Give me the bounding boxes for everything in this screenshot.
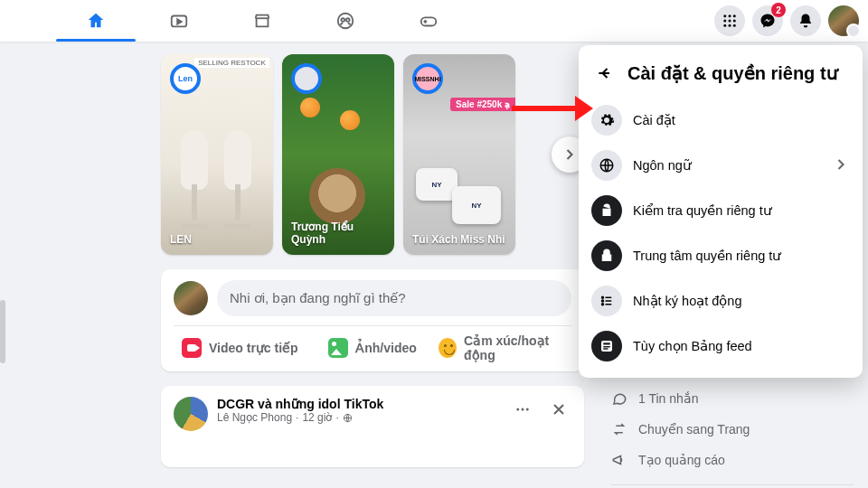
grid-icon — [722, 13, 738, 29]
post-title[interactable]: DCGR và những idol TikTok — [217, 397, 383, 411]
marketplace-icon — [252, 11, 272, 31]
svg-point-6 — [729, 14, 731, 17]
photo-video-icon — [328, 338, 348, 358]
story-avatar-ring: MISSNHI — [412, 63, 443, 94]
rside-switch-page[interactable]: Chuyển sang Trang — [611, 414, 854, 445]
bell-icon — [797, 13, 814, 29]
feeling-icon — [439, 338, 457, 358]
live-video-icon — [182, 338, 202, 358]
svg-point-3 — [346, 18, 350, 22]
watch-icon — [169, 11, 189, 31]
svg-point-9 — [729, 20, 731, 23]
svg-point-13 — [733, 24, 736, 27]
svg-point-10 — [733, 20, 736, 23]
rside-create-ad[interactable]: Tạo quảng cáo — [611, 445, 854, 475]
post-author[interactable]: Lê Ngọc Phong — [217, 411, 292, 424]
lock-open-icon — [591, 195, 622, 226]
top-bar: 2 — [0, 0, 868, 42]
switch-icon — [611, 421, 627, 437]
svg-point-16 — [522, 408, 524, 411]
svg-point-2 — [341, 18, 344, 22]
svg-rect-25 — [603, 348, 608, 350]
panel-back-button[interactable] — [591, 60, 618, 87]
nav-groups[interactable] — [304, 0, 387, 42]
list-icon — [591, 286, 622, 316]
gaming-icon — [419, 11, 439, 31]
groups-icon — [335, 11, 355, 31]
arrow-left-icon — [596, 64, 614, 82]
menu-activity-log[interactable]: Nhật ký hoạt động — [586, 278, 855, 324]
chevron-right-icon — [832, 155, 850, 176]
svg-point-12 — [729, 24, 731, 27]
notifications-button[interactable] — [790, 5, 821, 36]
top-right: 2 — [714, 0, 859, 42]
composer-live-button[interactable]: Video trực tiếp — [174, 332, 307, 364]
svg-point-11 — [723, 24, 726, 27]
dots-icon — [514, 401, 531, 418]
lock-icon — [591, 240, 622, 271]
story-avatar-ring — [291, 63, 322, 94]
menu-privacy-checkup[interactable]: Kiểm tra quyền riêng tư — [586, 188, 855, 233]
settings-privacy-panel: Cài đặt & quyền riêng tư Cài đặt Ngôn ng… — [579, 45, 863, 378]
story-caption: Trương Tiểu Quỳnh — [291, 221, 385, 246]
feed-post: DCGR và những idol TikTok Lê Ngọc Phong … — [161, 386, 584, 467]
composer-photo-button[interactable]: Ảnh/video — [307, 332, 439, 364]
nav-watch[interactable] — [137, 0, 221, 42]
globe-icon — [591, 150, 622, 181]
svg-point-7 — [733, 14, 736, 17]
gear-icon — [591, 105, 622, 136]
main-column: SELLING RESTOCK Len LEN Trương Tiểu Quỳn… — [161, 54, 584, 467]
story-top-tag: SELLING RESTOCK — [194, 58, 269, 68]
menu-label: Ngôn ngữ — [633, 158, 692, 173]
chat-icon — [611, 390, 627, 407]
story-card[interactable]: SELLING RESTOCK Len LEN — [161, 54, 273, 255]
composer-feeling-button[interactable]: Cảm xúc/hoạt động — [439, 332, 571, 364]
menu-feed-preferences[interactable]: Tùy chọn Bảng feed — [586, 324, 855, 369]
story-card[interactable]: Trương Tiểu Quỳnh — [282, 54, 394, 255]
story-card[interactable]: NY NY MISSNHI Sale #250k ạ Túi Xách Miss… — [403, 54, 515, 255]
messenger-badge: 2 — [771, 3, 786, 17]
svg-rect-4 — [421, 17, 437, 25]
home-icon — [86, 11, 106, 31]
menu-label: Nhật ký hoạt động — [633, 294, 742, 308]
nav-home[interactable] — [54, 0, 137, 42]
svg-point-21 — [602, 304, 604, 305]
post-close-button[interactable] — [546, 397, 571, 422]
story-avatar-ring: Len — [170, 63, 201, 94]
svg-point-8 — [723, 20, 726, 23]
composer-input[interactable]: Nhi ơi, bạn đang nghĩ gì thế? — [217, 280, 571, 316]
menu-label: Trung tâm quyền riêng tư — [633, 249, 781, 263]
menu-grid-button[interactable] — [714, 5, 745, 36]
menu-label: Tùy chọn Bảng feed — [633, 339, 752, 353]
menu-label: Cài đặt — [633, 113, 675, 127]
left-scrollbar[interactable] — [0, 300, 5, 363]
composer-action-label: Ảnh/video — [355, 341, 417, 355]
svg-point-20 — [602, 300, 604, 302]
menu-privacy-center[interactable]: Trung tâm quyền riêng tư — [586, 233, 855, 278]
menu-label: Kiểm tra quyền riêng tư — [633, 203, 772, 218]
nav-gaming[interactable] — [387, 0, 470, 42]
composer-action-label: Cảm xúc/hoạt động — [464, 333, 571, 362]
svg-point-5 — [723, 14, 726, 17]
account-avatar[interactable] — [828, 5, 859, 36]
post-time: 12 giờ — [302, 411, 332, 424]
rside-inbox[interactable]: 1 Tin nhắn — [611, 383, 854, 414]
svg-point-17 — [526, 408, 529, 411]
composer-action-label: Video trực tiếp — [209, 341, 298, 355]
svg-rect-24 — [603, 346, 610, 348]
story-caption: LEN — [170, 233, 264, 246]
post-avatar[interactable] — [174, 397, 208, 431]
post-meta: Lê Ngọc Phong · 12 giờ · — [217, 411, 383, 424]
menu-language[interactable]: Ngôn ngữ — [586, 143, 855, 188]
megaphone-icon — [611, 452, 627, 468]
svg-point-1 — [338, 14, 354, 29]
messenger-button[interactable]: 2 — [752, 5, 783, 36]
menu-settings[interactable]: Cài đặt — [586, 98, 855, 143]
story-sale-tag: Sale #250k ạ — [450, 98, 515, 111]
top-nav — [54, 0, 470, 42]
story-caption: Túi Xách Miss Nhi — [412, 233, 506, 246]
post-more-button[interactable] — [510, 397, 535, 422]
composer-avatar[interactable] — [174, 281, 208, 315]
nav-marketplace[interactable] — [221, 0, 304, 42]
feed-icon — [591, 331, 622, 361]
